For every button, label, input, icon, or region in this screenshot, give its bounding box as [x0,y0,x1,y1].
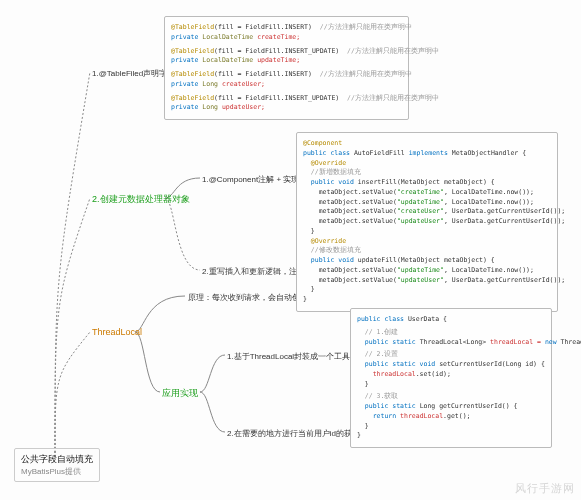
node-tl-apply-2: 2.在需要的地方进行当前用户id的获取 [227,428,360,439]
root-node: 公共字段自动填充 MyBatisPlus提供 [14,448,100,482]
node-handler-root: 2.创建元数据处理器对象 [92,193,190,206]
root-sub: MyBatisPlus提供 [21,466,93,477]
watermark: 风行手游网 [515,481,575,496]
code-block-userdata: public class UserData { // 1.创建 public s… [350,308,552,448]
node-tl-apply-1: 1.基于ThreadLocal封装成一个工具类 [227,351,358,362]
root-title: 公共字段自动填充 [21,453,93,466]
node-tl-apply: 应用实现 [162,387,198,400]
code-block-tablefield: @TableField(fill = FieldFill.INSERT) //方… [164,16,409,120]
code-block-metahandler: @Component public class AutoFieldFill im… [296,132,558,312]
node-threadlocal: ThreadLocal [92,327,142,337]
